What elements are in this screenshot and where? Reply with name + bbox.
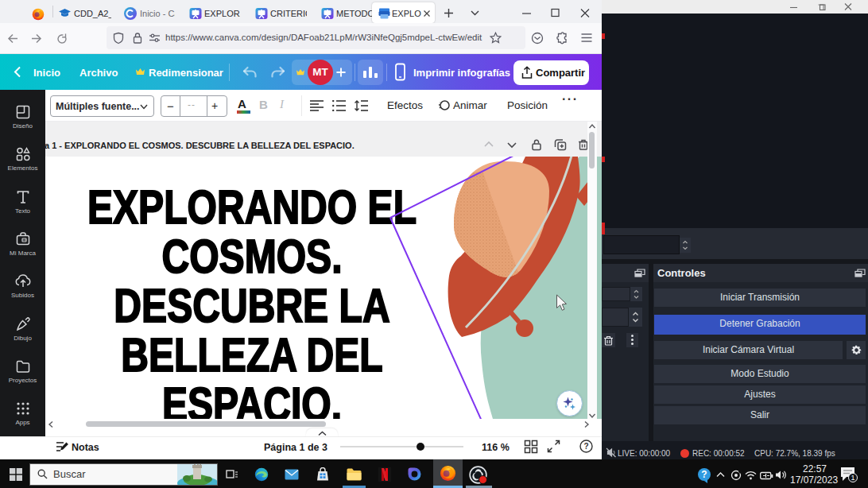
svg-text:?: ? [701, 469, 707, 480]
svg-text:?: ? [583, 442, 588, 451]
svg-text:co: co [22, 238, 25, 242]
svg-text:1: 1 [851, 474, 854, 482]
